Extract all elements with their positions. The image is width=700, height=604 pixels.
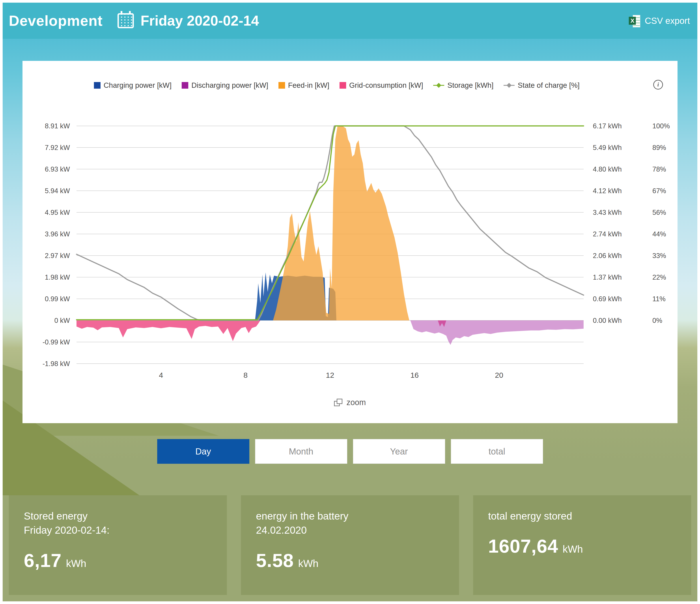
right-axis-pct-label: 56%: [652, 209, 666, 216]
right-axis-pct-label: 67%: [652, 187, 666, 195]
right-axis-kwh-label: 0.00 kWh: [593, 317, 622, 324]
stat-card-2: total energy stored1607,64kWh: [473, 495, 691, 595]
stat-card-title: Stored energyFriday 2020-02-14:: [24, 509, 212, 537]
left-axis-label: 6.93 kW: [45, 165, 70, 173]
stats-section: Stored energyFriday 2020-02-14:6,17kWhen…: [9, 495, 691, 595]
right-axis-kwh-label: 6.17 kWh: [593, 122, 622, 130]
legend-item-grid-consumption-kw[interactable]: Grid-consumption [kW]: [340, 81, 423, 90]
right-axis-pct-label: 89%: [652, 144, 666, 151]
left-axis-label: 3.96 kW: [45, 230, 70, 238]
right-axis-pct-label: 44%: [652, 230, 666, 238]
stat-card-title: energy in the battery24.02.2020: [256, 509, 444, 537]
scene-background: Charging power [kW]Discharging power [kW…: [3, 39, 697, 601]
legend-item-discharging-power-kw[interactable]: Discharging power [kW]: [182, 81, 268, 90]
legend-label: State of charge [%]: [518, 81, 580, 90]
right-axis-kwh-label: 4.12 kWh: [593, 187, 622, 195]
stat-title-line: energy in the battery: [256, 509, 444, 523]
discharging-power-kw-marker-icon: [182, 82, 188, 89]
series-grid-consumption-area: [76, 320, 446, 341]
left-axis-label: 1.98 kW: [45, 273, 70, 281]
csv-export-label: CSV export: [645, 16, 690, 26]
range-button-year[interactable]: Year: [353, 439, 445, 464]
x-axis-label: 4: [159, 371, 163, 379]
left-axis-label: 8.91 kW: [45, 122, 70, 130]
excel-icon: [629, 15, 640, 27]
right-axis-kwh-label: 3.43 kWh: [593, 209, 622, 216]
legend-item-storage-kwh[interactable]: Storage [kWh]: [433, 81, 494, 90]
x-axis-label: 20: [495, 371, 503, 379]
legend-label: Discharging power [kW]: [191, 81, 268, 90]
left-axis-label: -1.98 kW: [43, 360, 70, 368]
right-axis-pct-label: 22%: [652, 273, 666, 281]
series-feed-in-area: [273, 126, 409, 320]
right-axis-pct-label: 11%: [652, 295, 666, 303]
x-axis-label: 16: [410, 371, 419, 379]
legend-label: Grid-consumption [kW]: [349, 81, 423, 90]
stat-title-line: 24.02.2020: [256, 523, 444, 537]
legend-item-state-of-charge[interactable]: State of charge [%]: [504, 81, 580, 90]
page-title: Development: [9, 13, 102, 29]
left-axis-label: 0.99 kW: [45, 295, 70, 303]
chart-card: Charging power [kW]Discharging power [kW…: [23, 61, 677, 423]
left-axis-label: 4.95 kW: [45, 209, 70, 216]
grid-consumption-kw-marker-icon: [340, 82, 346, 89]
right-axis-kwh-label: 0.69 kWh: [593, 295, 622, 303]
legend-label: Feed-in [kW]: [288, 81, 329, 90]
stat-card-1: energy in the battery24.02.20205.58kWh: [241, 495, 459, 595]
stat-unit: kWh: [298, 557, 318, 570]
range-buttons: DayMonthYeartotal: [3, 439, 697, 464]
stat-title-line: Stored energy: [24, 509, 212, 523]
energy-chart[interactable]: 8.91 kW7.92 kW6.93 kW5.94 kW4.95 kW3.96 …: [23, 113, 677, 386]
stat-unit: kWh: [66, 557, 86, 570]
chart-legend: Charging power [kW]Discharging power [kW…: [36, 81, 638, 90]
stat-value: 1607,64: [488, 535, 558, 557]
right-axis-kwh-label: 4.80 kWh: [593, 165, 622, 173]
legend-label: Storage [kWh]: [447, 81, 494, 90]
zoom-button[interactable]: zoom: [23, 398, 677, 407]
right-axis-kwh-label: 5.49 kWh: [593, 144, 622, 151]
range-button-day[interactable]: Day: [157, 439, 249, 464]
right-axis-pct-label: 78%: [652, 165, 666, 173]
header-date[interactable]: Friday 2020-02-14: [141, 13, 259, 29]
range-button-month[interactable]: Month: [255, 439, 347, 464]
x-axis-label: 12: [326, 371, 334, 379]
series-discharging-power-area: [410, 320, 583, 345]
right-axis-pct-label: 0%: [652, 317, 662, 324]
right-axis-pct-label: 33%: [652, 252, 666, 260]
left-axis-label: 0 kW: [54, 317, 70, 324]
stat-title-line: total energy stored: [488, 509, 676, 523]
legend-item-charging-power-kw[interactable]: Charging power [kW]: [94, 81, 172, 90]
zoom-icon: [334, 399, 343, 406]
app-window: Development Friday 2020-02-14 CSV export…: [0, 0, 700, 604]
stat-card-title: total energy stored: [488, 509, 676, 523]
left-axis-label: 7.92 kW: [45, 144, 70, 151]
stat-value: 6,17: [24, 550, 61, 571]
left-axis-label: -0.99 kW: [43, 338, 70, 346]
left-axis-label: 5.94 kW: [45, 187, 70, 195]
header-bar: Development Friday 2020-02-14 CSV export: [3, 3, 697, 39]
info-icon[interactable]: i: [653, 80, 663, 90]
right-axis-kwh-label: 2.06 kWh: [593, 252, 622, 260]
feed-in-kw-marker-icon: [278, 82, 285, 89]
legend-item-feed-in-kw[interactable]: Feed-in [kW]: [278, 81, 329, 90]
storage-kwh-marker-icon: [433, 82, 444, 89]
stat-value: 5.58: [256, 550, 294, 571]
zoom-label: zoom: [346, 398, 366, 407]
range-button-total[interactable]: total: [451, 439, 543, 464]
right-axis-pct-label: 100%: [652, 122, 670, 130]
stat-title-line: Friday 2020-02-14:: [24, 523, 212, 537]
charging-power-kw-marker-icon: [94, 82, 101, 89]
legend-label: Charging power [kW]: [104, 81, 172, 90]
right-axis-kwh-label: 2.74 kWh: [593, 230, 622, 238]
calendar-icon[interactable]: [118, 13, 134, 28]
x-axis-label: 8: [243, 371, 248, 379]
state-of-charge-marker-icon: [504, 82, 515, 89]
stat-card-0: Stored energyFriday 2020-02-14:6,17kWh: [9, 495, 227, 595]
left-axis-label: 2.97 kW: [45, 252, 70, 260]
right-axis-kwh-label: 1.37 kWh: [593, 273, 622, 281]
stat-unit: kWh: [562, 543, 583, 555]
csv-export-button[interactable]: CSV export: [629, 15, 690, 27]
